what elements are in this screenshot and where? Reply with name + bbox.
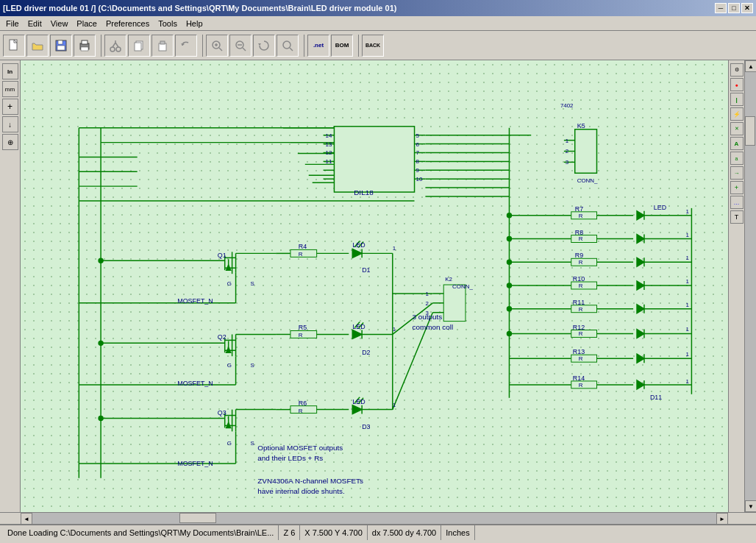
tb-save[interactable] — [50, 35, 72, 57]
close-button[interactable]: ✕ — [741, 3, 753, 13]
tool-r6[interactable]: A — [730, 137, 743, 150]
svg-rect-4 — [58, 40, 63, 44]
svg-text:7: 7 — [416, 149, 419, 156]
menu-tools[interactable]: Tools — [154, 18, 182, 29]
svg-text:S: S — [250, 440, 254, 447]
tb-new[interactable] — [3, 35, 25, 57]
svg-marker-91 — [637, 281, 644, 290]
svg-text:S: S — [250, 362, 254, 369]
svg-line-11 — [113, 43, 115, 47]
label-conn: CONN_ — [577, 177, 598, 184]
tool-r9[interactable]: + — [730, 181, 743, 194]
scroll-thumb-h[interactable] — [179, 513, 216, 523]
label-r9: R9 — [575, 252, 583, 259]
svg-marker-133 — [352, 249, 362, 258]
scroll-up-button[interactable]: ▲ — [745, 60, 756, 72]
menu-preferences[interactable]: Preferences — [101, 18, 154, 29]
menu-file[interactable]: File — [1, 18, 24, 29]
tb-zoom-out[interactable] — [229, 35, 252, 57]
tb-undo[interactable] — [175, 35, 197, 57]
tb-open[interactable] — [26, 35, 49, 57]
svg-rect-17 — [160, 41, 165, 44]
svg-text:11: 11 — [326, 158, 332, 165]
scroll-thumb-v[interactable] — [745, 116, 755, 146]
label-optional1: Optional MOSFET outputs — [257, 444, 343, 452]
label-q2: Q2 — [218, 333, 227, 341]
tb-bom[interactable]: BOM — [331, 35, 353, 57]
tb-paste[interactable] — [151, 35, 174, 57]
schematic-canvas[interactable]: DIL18 14 13 12 11 5 6 7 8 9 10 MOSFET_N … — [21, 60, 728, 512]
tb-print[interactable] — [74, 35, 96, 57]
svg-text:R: R — [579, 355, 583, 362]
tool-r5[interactable]: ✕ — [730, 122, 743, 135]
label-q3: Q3 — [218, 409, 227, 416]
tb-netlist[interactable]: .net — [307, 35, 329, 57]
svg-text:8: 8 — [416, 158, 420, 165]
svg-text:1: 1 — [566, 138, 569, 144]
svg-rect-101 — [571, 330, 597, 338]
tb-copy[interactable] — [128, 35, 150, 57]
tool-plus[interactable]: + — [2, 99, 18, 115]
tool-mm[interactable]: mm — [2, 81, 18, 97]
svg-text:1: 1 — [685, 351, 689, 358]
svg-text:1: 1 — [393, 402, 396, 408]
tb-zoom-in[interactable] — [206, 35, 228, 57]
status-delta: dx 7.500 dy 4.700 — [368, 525, 441, 540]
svg-rect-7 — [82, 40, 88, 44]
tool-r1[interactable]: ⚙ — [730, 63, 743, 77]
svg-marker-109 — [637, 354, 644, 363]
label-led-top: LED — [654, 204, 666, 211]
svg-text:1: 1 — [685, 232, 689, 238]
minimize-button[interactable]: ─ — [715, 3, 727, 13]
label-mosfet3: MOSFET_N — [177, 460, 213, 467]
toolbar-separator-4 — [356, 35, 359, 57]
menu-place[interactable]: Place — [72, 18, 101, 29]
tool-r2[interactable]: ● — [730, 78, 743, 91]
svg-text:R: R — [299, 332, 303, 338]
svg-text:1: 1 — [425, 291, 429, 297]
svg-line-24 — [243, 48, 246, 51]
tool-r8[interactable]: → — [730, 166, 743, 180]
scroll-down-button[interactable]: ▼ — [745, 500, 756, 512]
tool-arrow[interactable]: ↓ — [2, 116, 18, 132]
svg-rect-89 — [571, 282, 597, 289]
svg-text:1: 1 — [685, 255, 689, 261]
tool-r4[interactable]: ⚡ — [730, 107, 743, 121]
svg-text:1: 1 — [685, 278, 689, 285]
label-dil18: DIL18 — [354, 188, 374, 196]
maximize-button[interactable]: □ — [728, 3, 740, 13]
tool-r11[interactable]: T — [730, 210, 743, 224]
status-zoom: Z 6 — [279, 525, 300, 540]
svg-text:2: 2 — [566, 149, 568, 155]
vertical-scrollbar[interactable]: ▲ ▼ — [744, 60, 756, 512]
tb-refresh[interactable] — [253, 35, 275, 57]
svg-text:CONN_: CONN_ — [452, 283, 473, 290]
svg-marker-97 — [637, 305, 644, 313]
svg-text:1: 1 — [685, 208, 689, 215]
tool-in[interactable]: In — [2, 63, 18, 79]
label-r12: R12 — [573, 324, 585, 331]
svg-rect-43 — [334, 127, 414, 192]
scroll-left-button[interactable]: ◄ — [21, 513, 32, 525]
menu-help[interactable]: Help — [182, 18, 207, 29]
tool-r7[interactable]: a — [730, 152, 743, 165]
svg-rect-176 — [443, 285, 466, 322]
svg-text:S: S — [250, 280, 254, 287]
menu-edit[interactable]: Edit — [24, 18, 46, 29]
tool-r10[interactable]: … — [730, 196, 743, 209]
svg-text:R: R — [579, 236, 583, 243]
tool-target[interactable]: ⊕ — [2, 134, 18, 150]
tb-back[interactable]: BACK — [362, 35, 384, 57]
svg-point-189 — [507, 260, 511, 264]
label-k5: K5 — [577, 122, 585, 129]
toolbar-separator-2 — [200, 35, 203, 57]
scroll-right-button[interactable]: ► — [716, 513, 728, 525]
scroll-track-v[interactable] — [745, 72, 756, 500]
tool-r3[interactable]: | — [730, 93, 743, 106]
svg-rect-8 — [81, 47, 88, 51]
menu-view[interactable]: View — [46, 18, 73, 29]
scroll-track-h[interactable] — [32, 513, 716, 524]
tb-cut[interactable] — [104, 35, 126, 57]
label-led3: LED — [352, 398, 365, 405]
tb-find[interactable] — [277, 35, 299, 57]
